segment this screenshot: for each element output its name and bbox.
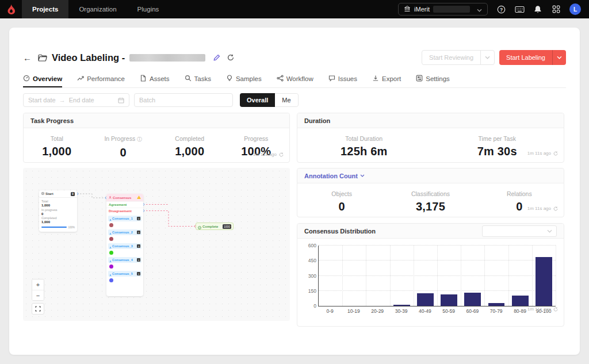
tab-tasks[interactable]: Tasks <box>185 72 211 87</box>
tab-label: Issues <box>338 75 357 82</box>
y-tick-label: 300 <box>299 273 316 279</box>
back-button[interactable]: ← <box>23 53 36 63</box>
duration-stat-total-duration: Total Duration125h 6m <box>297 135 431 158</box>
project-name-redacted <box>129 54 205 62</box>
annotation-count-toggle[interactable]: Annotation Count <box>297 168 564 183</box>
task-progress-stat-completed: Completed1,000 <box>156 135 223 159</box>
org-name: iMerit <box>414 6 430 13</box>
range-arrow: → <box>59 97 66 104</box>
bar-90-100 <box>536 257 552 306</box>
start-reviewing-button[interactable]: Start Reviewing <box>422 51 480 64</box>
annotation-count-panel: Annotation Count Objects0Classifications… <box>297 168 564 217</box>
start-labeling-dropdown[interactable] <box>552 50 566 65</box>
x-tick-label: 10-19 <box>342 308 365 314</box>
tasks-icon <box>185 75 192 83</box>
tab-label: Overview <box>33 75 62 82</box>
consensus-child-consensus-5[interactable]: Consensus_50 <box>108 271 141 282</box>
tab-issues[interactable]: Issues <box>328 72 357 87</box>
tab-label: Workflow <box>286 75 313 82</box>
user-avatar[interactable]: L <box>569 3 581 15</box>
scope-me-button[interactable]: Me <box>275 93 298 107</box>
workflow-consensus-node[interactable]: Consensus Agreement Disagreement Consens… <box>106 194 143 296</box>
consensus-child-consensus-4[interactable]: Consensus_40 <box>108 257 141 269</box>
performance-icon <box>77 75 84 83</box>
start-node-icon <box>41 192 44 196</box>
labeler-avatar <box>109 237 113 241</box>
start-row-value: 0 <box>41 212 75 217</box>
y-tick-label: 0 <box>299 303 316 309</box>
annotation-stat-classifications: Classifications3,175 <box>386 190 475 213</box>
workflow-icon <box>277 75 284 83</box>
start-labeling-button[interactable]: Start Labeling <box>499 50 552 65</box>
start-row-label: In progress <box>41 208 75 212</box>
child-badge: 0 <box>137 217 140 220</box>
task-progress-title: Task Progress <box>24 113 289 128</box>
consensus-child-consensus-1[interactable]: Consensus_10 <box>108 216 141 227</box>
bar-80-89 <box>512 296 529 306</box>
workflow-canvas[interactable]: Start 0 Total1,000In progress0Completed1… <box>23 168 290 321</box>
tab-overview[interactable]: Overview <box>23 72 62 87</box>
person-icon <box>109 213 112 224</box>
consensus-agreement-row: Agreement <box>106 201 143 208</box>
zoom-out-button[interactable]: − <box>32 290 44 300</box>
duration-title: Duration <box>297 113 564 128</box>
start-labeling-button-group: Start Labeling <box>499 50 566 65</box>
labeler-avatar <box>109 265 113 269</box>
last-updated-label: 1m 11s ago <box>527 151 551 156</box>
bell-icon[interactable] <box>533 4 543 14</box>
keyboard-icon[interactable] <box>514 4 525 14</box>
org-selector[interactable]: iMerit <box>398 3 488 16</box>
y-tick-label: 150 <box>299 288 316 294</box>
apps-grid-icon[interactable] <box>551 4 561 14</box>
fit-screen-button[interactable] <box>32 303 44 315</box>
nav-item-plugins[interactable]: Plugins <box>127 0 170 18</box>
help-icon[interactable]: ? <box>496 4 506 14</box>
consensus-node-icon <box>109 196 112 200</box>
info-icon[interactable]: ⓘ <box>137 136 142 142</box>
flame-logo-icon[interactable] <box>0 0 22 18</box>
consensus-child-consensus-2[interactable]: Consensus_20 <box>108 229 141 241</box>
workflow-complete-node[interactable]: Complete 1000 <box>196 223 234 230</box>
child-badge: 0 <box>137 272 140 275</box>
nav-item-projects[interactable]: Projects <box>22 0 68 18</box>
zoom-in-button[interactable]: + <box>32 279 44 290</box>
consensus-disagreement-row: Disagreement <box>106 208 143 214</box>
scope-overall-button[interactable]: Overall <box>240 93 275 107</box>
start-reviewing-dropdown[interactable] <box>480 51 494 64</box>
tab-label: Settings <box>426 75 450 82</box>
consensus-distribution-select[interactable] <box>482 225 557 237</box>
labeler-avatar <box>109 278 113 282</box>
tab-samples[interactable]: Samples <box>226 72 262 87</box>
x-tick-label: 30-39 <box>389 308 413 314</box>
start-row-label: Completed <box>41 216 75 220</box>
start-row-label: Total <box>41 200 75 204</box>
tab-performance[interactable]: Performance <box>77 72 125 87</box>
refresh-icon[interactable] <box>553 307 558 312</box>
refresh-icon[interactable] <box>279 152 284 157</box>
date-range-input[interactable]: Start date → End date <box>23 93 129 107</box>
child-badge: 0 <box>137 258 140 262</box>
calendar-icon <box>118 97 124 104</box>
batch-input[interactable] <box>134 93 233 107</box>
consensus-distribution-title: Consensus Distribution <box>304 228 376 235</box>
nav-item-organization[interactable]: Organization <box>68 0 127 18</box>
labeler-avatar <box>109 223 113 227</box>
bar-40-49 <box>417 293 434 306</box>
tab-assets[interactable]: Assets <box>140 72 170 87</box>
x-tick-label: 60-69 <box>461 308 484 314</box>
consensus-child-consensus-3[interactable]: Consensus_30 <box>108 243 141 255</box>
refresh-icon[interactable] <box>553 206 558 211</box>
tab-settings[interactable]: Settings <box>416 72 450 87</box>
scope-toggle: Overall Me <box>240 93 299 107</box>
start-row-value: 1,000 <box>41 220 75 225</box>
refresh-icon[interactable] <box>227 54 234 61</box>
last-updated-label: 1m 11s ago <box>527 206 551 211</box>
refresh-icon[interactable] <box>553 151 558 156</box>
workflow-start-node[interactable]: Start 0 Total1,000In progress0Completed1… <box>39 190 77 232</box>
start-progress-bar <box>41 227 67 228</box>
y-tick-label: 450 <box>299 258 316 263</box>
edit-pencil-icon[interactable] <box>213 54 220 61</box>
tab-workflow[interactable]: Workflow <box>277 72 313 87</box>
settings-icon <box>416 75 423 83</box>
tab-export[interactable]: Export <box>372 72 401 87</box>
